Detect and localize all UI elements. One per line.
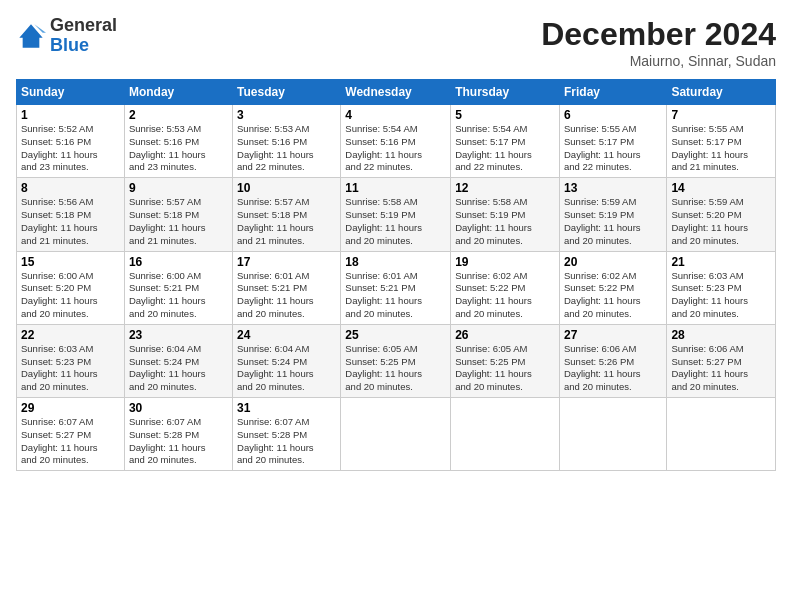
table-row: 8 Sunrise: 5:56 AMSunset: 5:18 PMDayligh… [17, 178, 776, 251]
empty-cell [559, 398, 666, 471]
col-sunday: Sunday [17, 80, 125, 105]
table-cell: 2 Sunrise: 5:53 AMSunset: 5:16 PMDayligh… [124, 105, 232, 178]
page: General Blue December 2024 Maiurno, Sinn… [0, 0, 792, 612]
table-cell: 14 Sunrise: 5:59 AMSunset: 5:20 PMDaylig… [667, 178, 776, 251]
location: Maiurno, Sinnar, Sudan [541, 53, 776, 69]
table-cell: 24 Sunrise: 6:04 AMSunset: 5:24 PMDaylig… [233, 324, 341, 397]
empty-cell [451, 398, 560, 471]
col-saturday: Saturday [667, 80, 776, 105]
table-cell: 15 Sunrise: 6:00 AMSunset: 5:20 PMDaylig… [17, 251, 125, 324]
table-cell: 16 Sunrise: 6:00 AMSunset: 5:21 PMDaylig… [124, 251, 232, 324]
table-cell: 1 Sunrise: 5:52 AMSunset: 5:16 PMDayligh… [17, 105, 125, 178]
table-row: 1 Sunrise: 5:52 AMSunset: 5:16 PMDayligh… [17, 105, 776, 178]
logo-blue: Blue [50, 35, 89, 55]
col-wednesday: Wednesday [341, 80, 451, 105]
table-cell: 20 Sunrise: 6:02 AMSunset: 5:22 PMDaylig… [559, 251, 666, 324]
table-cell: 26 Sunrise: 6:05 AMSunset: 5:25 PMDaylig… [451, 324, 560, 397]
col-tuesday: Tuesday [233, 80, 341, 105]
empty-cell [667, 398, 776, 471]
table-cell: 28 Sunrise: 6:06 AMSunset: 5:27 PMDaylig… [667, 324, 776, 397]
logo: General Blue [16, 16, 117, 56]
title-block: December 2024 Maiurno, Sinnar, Sudan [541, 16, 776, 69]
empty-cell [341, 398, 451, 471]
table-row: 22 Sunrise: 6:03 AMSunset: 5:23 PMDaylig… [17, 324, 776, 397]
table-cell: 10 Sunrise: 5:57 AMSunset: 5:18 PMDaylig… [233, 178, 341, 251]
col-monday: Monday [124, 80, 232, 105]
logo-general: General [50, 15, 117, 35]
col-thursday: Thursday [451, 80, 560, 105]
table-cell: 23 Sunrise: 6:04 AMSunset: 5:24 PMDaylig… [124, 324, 232, 397]
table-cell: 7 Sunrise: 5:55 AMSunset: 5:17 PMDayligh… [667, 105, 776, 178]
table-cell: 18 Sunrise: 6:01 AMSunset: 5:21 PMDaylig… [341, 251, 451, 324]
table-cell: 12 Sunrise: 5:58 AMSunset: 5:19 PMDaylig… [451, 178, 560, 251]
month-title: December 2024 [541, 16, 776, 53]
table-cell: 25 Sunrise: 6:05 AMSunset: 5:25 PMDaylig… [341, 324, 451, 397]
table-cell: 29 Sunrise: 6:07 AMSunset: 5:27 PMDaylig… [17, 398, 125, 471]
table-row: 29 Sunrise: 6:07 AMSunset: 5:27 PMDaylig… [17, 398, 776, 471]
table-cell: 19 Sunrise: 6:02 AMSunset: 5:22 PMDaylig… [451, 251, 560, 324]
table-row: 15 Sunrise: 6:00 AMSunset: 5:20 PMDaylig… [17, 251, 776, 324]
table-cell: 31 Sunrise: 6:07 AMSunset: 5:28 PMDaylig… [233, 398, 341, 471]
table-cell: 9 Sunrise: 5:57 AMSunset: 5:18 PMDayligh… [124, 178, 232, 251]
table-cell: 8 Sunrise: 5:56 AMSunset: 5:18 PMDayligh… [17, 178, 125, 251]
table-cell: 27 Sunrise: 6:06 AMSunset: 5:26 PMDaylig… [559, 324, 666, 397]
table-cell: 21 Sunrise: 6:03 AMSunset: 5:23 PMDaylig… [667, 251, 776, 324]
table-cell: 5 Sunrise: 5:54 AMSunset: 5:17 PMDayligh… [451, 105, 560, 178]
table-cell: 6 Sunrise: 5:55 AMSunset: 5:17 PMDayligh… [559, 105, 666, 178]
table-cell: 22 Sunrise: 6:03 AMSunset: 5:23 PMDaylig… [17, 324, 125, 397]
calendar-table: Sunday Monday Tuesday Wednesday Thursday… [16, 79, 776, 471]
table-cell: 17 Sunrise: 6:01 AMSunset: 5:21 PMDaylig… [233, 251, 341, 324]
table-cell: 3 Sunrise: 5:53 AMSunset: 5:16 PMDayligh… [233, 105, 341, 178]
table-cell: 11 Sunrise: 5:58 AMSunset: 5:19 PMDaylig… [341, 178, 451, 251]
logo-icon [16, 21, 46, 51]
col-friday: Friday [559, 80, 666, 105]
header: General Blue December 2024 Maiurno, Sinn… [16, 16, 776, 69]
table-cell: 30 Sunrise: 6:07 AMSunset: 5:28 PMDaylig… [124, 398, 232, 471]
table-cell: 4 Sunrise: 5:54 AMSunset: 5:16 PMDayligh… [341, 105, 451, 178]
table-cell: 13 Sunrise: 5:59 AMSunset: 5:19 PMDaylig… [559, 178, 666, 251]
calendar-header-row: Sunday Monday Tuesday Wednesday Thursday… [17, 80, 776, 105]
